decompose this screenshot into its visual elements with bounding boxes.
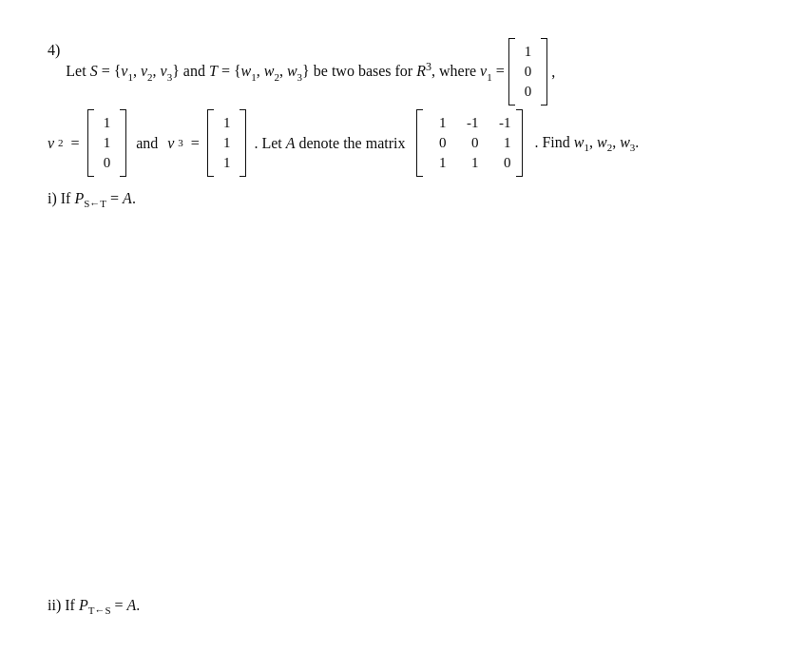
v2-cell-2: 1 xyxy=(104,133,111,153)
v1-cell-3: 0 xyxy=(525,82,532,102)
matrix-a: 1 -1 -1 0 0 1 1 1 0 xyxy=(416,109,523,177)
v3-cell-1: 1 xyxy=(223,113,231,133)
v2-cell-3: 0 xyxy=(104,153,111,173)
matA-r1c1: 1 xyxy=(429,113,446,133)
problem-number: 4) xyxy=(48,38,60,63)
matA-r2c1: 0 xyxy=(429,133,446,153)
matA-r2c3: 1 xyxy=(493,133,510,153)
problem-text: Let S = {v1, v2, v3} and T = {w1, w2, w3… xyxy=(66,58,504,86)
v3-cell-3: 1 xyxy=(223,153,231,173)
v3-label: v xyxy=(167,131,174,156)
v2-vector: 1 1 0 xyxy=(87,109,127,177)
matA-r1c3: -1 xyxy=(493,113,510,133)
let-a-text: . Let A denote the matrix xyxy=(254,131,405,156)
and-text: and xyxy=(136,131,158,156)
matA-r3c3: 0 xyxy=(493,153,510,173)
v3-cell-2: 1 xyxy=(223,133,231,153)
v1-cell-1: 1 xyxy=(525,42,532,62)
v1-vector: 1 0 0 xyxy=(508,38,548,106)
part-i-text: i) If PS←T = A. xyxy=(48,186,136,213)
matA-r3c2: 1 xyxy=(461,153,478,173)
v2-cell-1: 1 xyxy=(104,113,111,133)
page: 4) Let S = {v1, v2, v3} and T = {w1, w2,… xyxy=(0,0,805,672)
part-ii-text: ii) If PT←S = A. xyxy=(48,593,140,620)
matA-r2c2: 0 xyxy=(461,133,478,153)
part-ii-row: ii) If PT←S = A. xyxy=(48,593,757,620)
comma-after-v1: , xyxy=(551,60,555,85)
v3-vector: 1 1 1 xyxy=(207,109,247,177)
part-i-row: i) If PS←T = A. xyxy=(48,186,757,213)
v2-label: v xyxy=(48,131,54,156)
v3-subscript: 3 xyxy=(178,135,183,152)
matA-r3c1: 1 xyxy=(429,153,446,173)
v1-cell-2: 0 xyxy=(525,62,532,82)
equals-v3: = xyxy=(191,131,200,156)
equals-v2: = xyxy=(71,131,80,156)
content: 4) Let S = {v1, v2, v3} and T = {w1, w2,… xyxy=(48,38,757,620)
matA-r1c2: -1 xyxy=(461,113,478,133)
v2-subscript: 2 xyxy=(58,135,64,152)
find-text: . Find w1, w2, w3. xyxy=(534,130,639,157)
